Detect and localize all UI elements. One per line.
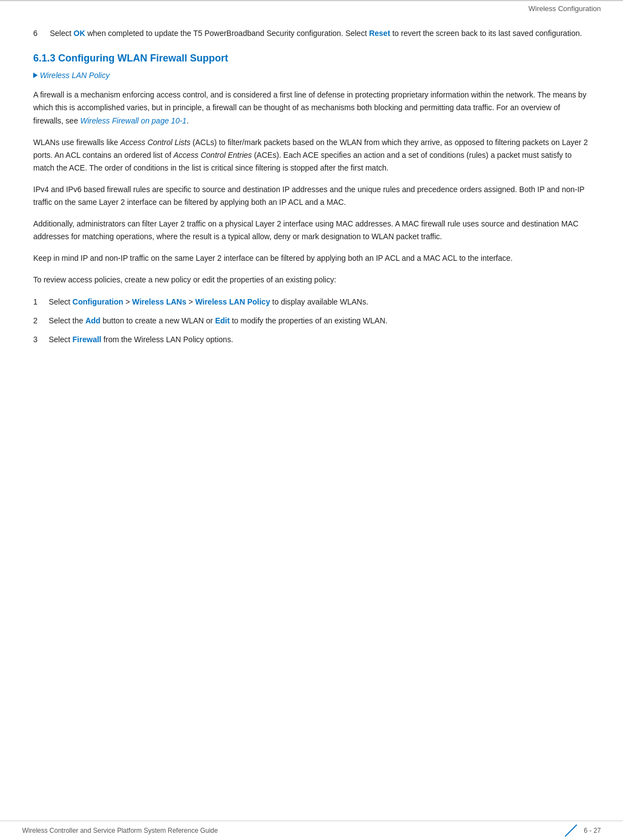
configuration-link[interactable]: Configuration	[73, 297, 123, 306]
step-3-text: Select Firewall from the Wireless LAN Po…	[49, 333, 233, 346]
step-item-3: 3 Select Firewall from the Wireless LAN …	[33, 333, 590, 346]
step-6-before-ok: Select	[50, 29, 74, 38]
step-1-before: Select	[49, 297, 73, 306]
step-1-sep1: >	[123, 297, 132, 306]
step-6: 6 Select OK when completed to update the…	[33, 27, 590, 39]
step-1-text: Select Configuration > Wireless LANs > W…	[49, 296, 368, 308]
wireless-lans-link[interactable]: Wireless LANs	[132, 297, 187, 306]
paragraph-1: A firewall is a mechanism enforcing acce…	[33, 89, 590, 127]
add-link[interactable]: Add	[85, 316, 100, 325]
page-container: Wireless Configuration 6 Select OK when …	[0, 0, 623, 840]
content-area: 6 Select OK when completed to update the…	[0, 16, 623, 386]
step-item-1: 1 Select Configuration > Wireless LANs >…	[33, 296, 590, 308]
header-bar: Wireless Configuration	[0, 0, 623, 16]
triangle-icon	[33, 73, 38, 78]
footer-divider-icon	[565, 824, 578, 837]
paragraph-3: IPv4 and IPv6 based firewall rules are s…	[33, 183, 590, 209]
step-6-text: Select OK when completed to update the T…	[50, 27, 590, 39]
section-heading: 6.1.3 Configuring WLAN Firewall Support	[33, 53, 590, 64]
step-6-middle: when completed to update the T5 PowerBro…	[85, 29, 369, 38]
step-2-mid: button to create a new WLAN or	[100, 316, 215, 325]
header-title: Wireless Configuration	[528, 4, 601, 13]
p2-before: WLANs use firewalls like	[33, 138, 120, 147]
firewall-link[interactable]: Firewall	[73, 335, 101, 344]
paragraph-4: Additionally, administrators can filter …	[33, 218, 590, 243]
step-3-num: 3	[33, 333, 43, 346]
p1-link[interactable]: Wireless Firewall on page 10-1	[80, 116, 187, 125]
ok-highlight: OK	[74, 29, 85, 38]
subsection-link[interactable]: Wireless LAN Policy	[33, 71, 590, 80]
wireless-lan-policy-link[interactable]: Wireless LAN Policy	[195, 297, 270, 306]
step-2-after: to modify the properties of an existing …	[230, 316, 388, 325]
step-3-before: Select	[49, 335, 73, 344]
edit-link[interactable]: Edit	[215, 316, 229, 325]
footer-right: 6 - 27	[563, 827, 601, 834]
paragraph-2: WLANs use firewalls like Access Control …	[33, 136, 590, 174]
steps-list: 1 Select Configuration > Wireless LANs >…	[33, 296, 590, 346]
subsection-link-text: Wireless LAN Policy	[40, 71, 110, 80]
footer-left-text: Wireless Controller and Service Platform…	[22, 827, 218, 834]
step-6-number: 6	[33, 27, 44, 39]
p2-italic2: Access Control Entries	[173, 151, 252, 159]
footer-bar: Wireless Controller and Service Platform…	[0, 821, 623, 840]
step-3-after: from the Wireless LAN Policy options.	[101, 335, 233, 344]
step-2-text: Select the Add button to create a new WL…	[49, 315, 388, 327]
footer-page-number: 6 - 27	[584, 827, 601, 834]
step-1-after: to display available WLANs.	[270, 297, 368, 306]
paragraph-5: Keep in mind IP and non-IP traffic on th…	[33, 252, 590, 265]
step-1-sep2: >	[186, 297, 195, 306]
step-1-num: 1	[33, 296, 43, 308]
step-2-num: 2	[33, 315, 43, 327]
step-2-before: Select the	[49, 316, 85, 325]
p1-end: .	[187, 116, 189, 125]
reset-highlight: Reset	[369, 29, 390, 38]
step-6-after: to revert the screen back to its last sa…	[390, 29, 582, 38]
step-item-2: 2 Select the Add button to create a new …	[33, 315, 590, 327]
paragraph-6: To review access policies, create a new …	[33, 274, 590, 286]
p2-italic1: Access Control Lists	[120, 138, 190, 147]
